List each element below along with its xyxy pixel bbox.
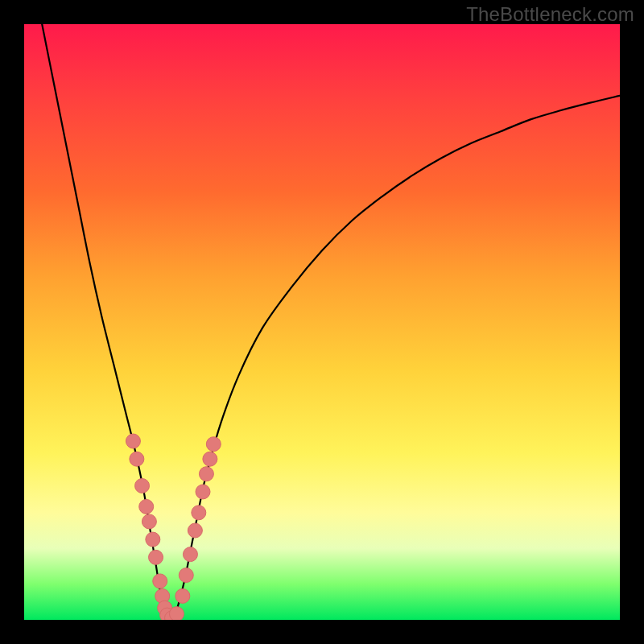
curve-marker bbox=[126, 434, 140, 448]
curve-marker bbox=[146, 532, 160, 547]
watermark-text: TheBottleneck.com bbox=[466, 3, 634, 26]
curve-marker bbox=[153, 574, 167, 588]
curve-marker bbox=[139, 499, 154, 514]
curve-marker bbox=[183, 547, 197, 562]
curve-marker bbox=[175, 588, 190, 603]
curve-marker bbox=[196, 485, 210, 499]
plot-area bbox=[24, 24, 620, 620]
curve-marker bbox=[135, 479, 150, 493]
curve-marker bbox=[169, 607, 184, 620]
curve-marker bbox=[203, 452, 217, 466]
curve-marker bbox=[199, 467, 213, 481]
bottleneck-chart bbox=[24, 24, 620, 620]
curve-marker bbox=[192, 506, 206, 520]
curve-marker bbox=[130, 452, 144, 466]
bottleneck-curve bbox=[42, 24, 620, 620]
curve-marker bbox=[188, 523, 202, 538]
curve-marker bbox=[179, 568, 193, 583]
curve-marker bbox=[206, 437, 221, 452]
curve-marker bbox=[142, 514, 156, 529]
curve-markers bbox=[126, 434, 221, 620]
curve-marker bbox=[149, 550, 163, 564]
